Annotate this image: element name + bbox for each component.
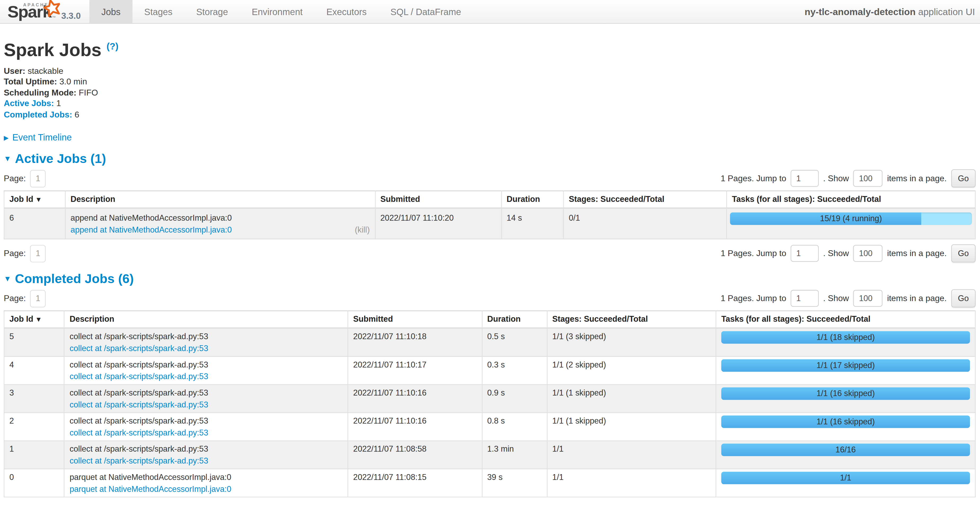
job-tasks-cell: 1/1 (18 skipped) xyxy=(716,328,975,356)
jump-to-page-input[interactable] xyxy=(791,245,819,262)
job-description: collect at /spark-scripts/spark-ad.py:53 xyxy=(70,444,342,454)
job-description-cell: collect at /spark-scripts/spark-ad.py:53… xyxy=(64,328,348,356)
job-summary: User: stackable Total Uptime: 3.0 min Sc… xyxy=(4,65,975,120)
job-duration-cell: 39 s xyxy=(482,469,547,497)
tab-storage[interactable]: Storage xyxy=(185,0,240,23)
job-description-link[interactable]: collect at /spark-scripts/spark-ad.py:53 xyxy=(70,371,208,382)
current-page-button[interactable]: 1 xyxy=(30,290,46,307)
navbar: APACHE Spark ™ 3.3.0 Jobs Stages Storage… xyxy=(0,0,980,24)
job-duration-cell: 1.3 min xyxy=(482,441,547,469)
job-description-cell: collect at /spark-scripts/spark-ad.py:53… xyxy=(64,385,348,413)
page-label: Page: xyxy=(4,249,25,258)
header-job-id[interactable]: Job Id▼ xyxy=(4,191,65,208)
job-description-link[interactable]: parquet at NativeMethodAccessorImpl.java… xyxy=(70,484,231,494)
tasks-progress-label: 1/1 (18 skipped) xyxy=(721,331,970,344)
current-page-button[interactable]: 1 xyxy=(30,170,46,187)
job-description-link[interactable]: collect at /spark-scripts/spark-ad.py:53 xyxy=(70,456,208,466)
completed-jobs-count: 6 xyxy=(75,110,80,119)
active-jobs-heading[interactable]: ▼Active Jobs (1) xyxy=(4,151,975,167)
tasks-progress-label: 1/1 (16 skipped) xyxy=(721,416,970,428)
header-stages[interactable]: Stages: Succeeded/Total xyxy=(547,311,716,328)
job-stages-cell: 0/1 xyxy=(563,208,727,239)
job-description: collect at /spark-scripts/spark-ad.py:53 xyxy=(70,359,342,370)
job-submitted-cell: 2022/11/07 11:08:15 xyxy=(348,469,482,497)
items-per-page-input[interactable] xyxy=(853,290,883,307)
job-description: collect at /spark-scripts/spark-ad.py:53 xyxy=(70,331,342,342)
job-tasks-cell: 1/1 (17 skipped) xyxy=(716,357,975,385)
job-description-cell: collect at /spark-scripts/spark-ad.py:53… xyxy=(64,413,348,441)
job-id-cell: 1 xyxy=(4,441,64,469)
completed-jobs-heading[interactable]: ▼Completed Jobs (6) xyxy=(4,271,975,286)
header-description[interactable]: Description xyxy=(65,191,375,208)
job-id-cell: 4 xyxy=(4,357,64,385)
tab-jobs[interactable]: Jobs xyxy=(89,0,132,23)
header-tasks[interactable]: Tasks (for all stages): Succeeded/Total xyxy=(716,311,975,328)
header-duration[interactable]: Duration xyxy=(482,311,547,328)
main-content: Spark Jobs (?) User: stackable Total Upt… xyxy=(0,34,980,513)
job-id-cell: 3 xyxy=(4,385,64,413)
job-duration-cell: 0.5 s xyxy=(482,328,547,356)
job-stages-cell: 1/1 xyxy=(547,441,716,469)
jump-to-page-input[interactable] xyxy=(791,170,819,187)
job-duration-cell: 0.8 s xyxy=(482,413,547,441)
active-jobs-link[interactable]: Active Jobs: xyxy=(4,99,54,108)
go-button[interactable]: Go xyxy=(951,289,976,307)
header-description[interactable]: Description xyxy=(64,311,348,328)
active-jobs-pagination-top: Page: 1 1 Pages. Jump to . Show items in… xyxy=(4,169,975,187)
header-stages[interactable]: Stages: Succeeded/Total xyxy=(563,191,727,208)
job-stages-cell: 1/1 (1 skipped) xyxy=(547,385,716,413)
items-per-page-input[interactable] xyxy=(853,170,883,187)
tasks-progress-label: 1/1 (16 skipped) xyxy=(721,388,970,400)
tab-environment[interactable]: Environment xyxy=(240,0,314,23)
job-id-cell: 2 xyxy=(4,413,64,441)
pages-jump-text: 1 Pages. Jump to xyxy=(721,174,786,183)
event-timeline-toggle[interactable]: ▶Event Timeline xyxy=(4,133,975,143)
page-title: Spark Jobs (?) xyxy=(4,34,975,60)
tasks-progress-bar: 1/1 (17 skipped) xyxy=(721,359,970,372)
scheduling-mode-value: FIFO xyxy=(79,88,98,97)
job-description-link[interactable]: collect at /spark-scripts/spark-ad.py:53 xyxy=(70,427,208,438)
application-title: ny-tlc-anomaly-detection application UI xyxy=(805,6,980,17)
kill-link[interactable]: (kill) xyxy=(355,224,370,235)
table-header-row: Job Id▼ Description Submitted Duration S… xyxy=(4,311,975,328)
active-jobs-table: Job Id▼ Description Submitted Duration S… xyxy=(4,191,975,240)
go-button[interactable]: Go xyxy=(951,245,976,262)
current-page-button[interactable]: 1 xyxy=(30,245,46,262)
job-description-link[interactable]: collect at /spark-scripts/spark-ad.py:53 xyxy=(70,343,208,354)
header-submitted[interactable]: Submitted xyxy=(375,191,501,208)
uptime-label: Total Uptime: xyxy=(4,77,57,86)
tab-sql-dataframe[interactable]: SQL / DataFrame xyxy=(379,0,473,23)
header-duration[interactable]: Duration xyxy=(501,191,563,208)
pages-jump-text: 1 Pages. Jump to xyxy=(721,249,786,258)
job-submitted-cell: 2022/11/07 11:10:17 xyxy=(348,357,482,385)
completed-job-row: 2 collect at /spark-scripts/spark-ad.py:… xyxy=(4,413,975,441)
job-id-cell: 0 xyxy=(4,469,64,497)
spark-logo[interactable]: APACHE Spark ™ 3.3.0 xyxy=(0,0,89,23)
jump-to-page-input[interactable] xyxy=(791,290,819,307)
completed-jobs-link[interactable]: Completed Jobs: xyxy=(4,110,72,119)
tasks-progress-label: 1/1 (17 skipped) xyxy=(721,359,970,372)
job-description-link[interactable]: append at NativeMethodAccessorImpl.java:… xyxy=(71,224,232,235)
tasks-progress-bar: 16/16 xyxy=(721,444,970,456)
application-title-suffix: application UI xyxy=(916,6,975,17)
job-description-link[interactable]: collect at /spark-scripts/spark-ad.py:53 xyxy=(70,399,208,410)
event-timeline-label: Event Timeline xyxy=(13,133,72,143)
sort-desc-icon: ▼ xyxy=(35,196,42,203)
job-description-cell: parquet at NativeMethodAccessorImpl.java… xyxy=(64,469,348,497)
job-submitted-cell: 2022/11/07 11:10:18 xyxy=(348,328,482,356)
job-submitted-cell: 2022/11/07 11:10:20 xyxy=(375,208,501,239)
uptime-value: 3.0 min xyxy=(59,77,87,86)
header-job-id[interactable]: Job Id▼ xyxy=(4,311,64,328)
help-link[interactable]: (?) xyxy=(107,41,118,51)
header-tasks[interactable]: Tasks (for all stages): Succeeded/Total xyxy=(727,191,975,208)
job-description-cell: collect at /spark-scripts/spark-ad.py:53… xyxy=(64,441,348,469)
job-id-cell: 6 xyxy=(4,208,65,239)
header-submitted[interactable]: Submitted xyxy=(348,311,482,328)
tab-stages[interactable]: Stages xyxy=(132,0,184,23)
tab-executors[interactable]: Executors xyxy=(314,0,379,23)
go-button[interactable]: Go xyxy=(951,169,976,187)
sort-desc-icon: ▼ xyxy=(35,316,42,323)
items-per-page-input[interactable] xyxy=(853,245,883,262)
items-in-page-text: items in a page. xyxy=(887,249,947,258)
job-duration-cell: 0.3 s xyxy=(482,357,547,385)
